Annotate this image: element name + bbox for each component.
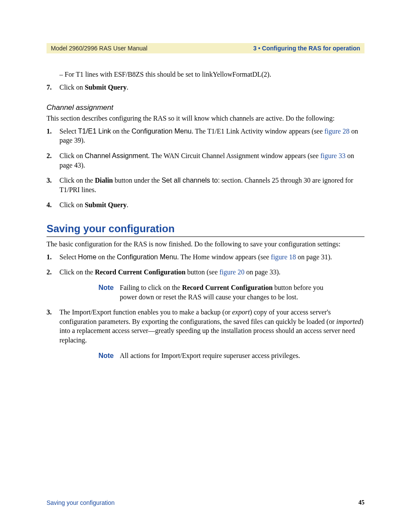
text: Click on (59, 152, 85, 159)
text-bold: Record Current Configuration (182, 284, 272, 291)
text: Click on (59, 201, 85, 208)
step-body: Click on the Dialin button under the Set… (59, 176, 364, 194)
subheading-channel-assignment: Channel assignment (47, 103, 364, 113)
step-body: Click on the Record Current Configuratio… (59, 268, 364, 277)
text-bold: Dialin (95, 177, 113, 184)
step-body: Click on Submit Query. (59, 83, 364, 92)
list-item: 1.Select Home on the Configuration Menu.… (47, 252, 364, 262)
list-item: 4.Click on Submit Query. (47, 200, 364, 210)
text-sans: Home (78, 253, 97, 261)
step-number: 4. (47, 200, 59, 210)
text: button under the (113, 177, 162, 184)
text: . The Home window appears (see (177, 253, 271, 261)
text-sans: T1/E1 Link (78, 128, 111, 135)
text-bold: Submit Query (85, 201, 127, 208)
step-body: The Import/Export function enables you t… (59, 308, 364, 345)
intro-text: The basic configuration for the RAS is n… (47, 240, 364, 249)
text: on page 33). (244, 268, 280, 276)
page-header: Model 2960/2996 RAS User Manual 3 • Conf… (47, 43, 364, 53)
heading-rule (47, 236, 364, 237)
step-number: 3. (47, 176, 59, 194)
step-number: 1. (47, 252, 59, 262)
text: on page 31). (296, 253, 332, 261)
channel-steps-list: 1.Select T1/E1 Link on the Configuration… (47, 127, 364, 210)
header-left: Model 2960/2996 RAS User Manual (51, 45, 147, 52)
text: Select (59, 253, 78, 261)
text: . The WAN Circuit Channel Assignment win… (148, 152, 320, 159)
intro-text: This section describes configuring the R… (47, 114, 364, 123)
cross-ref-link[interactable]: figure 33 (321, 152, 346, 159)
save-steps-list-b: 3.The Import/Export function enables you… (47, 308, 364, 345)
cross-ref-link[interactable]: figure 28 (324, 128, 349, 135)
text-sans: Channel Assignment (85, 152, 148, 159)
step-number: 1. (47, 127, 59, 145)
text-ital: export (232, 308, 250, 316)
text-bold: Submit Query (85, 84, 127, 91)
text: button (see (186, 268, 220, 276)
list-item: 3.Click on the Dialin button under the S… (47, 176, 364, 194)
step-number: 7. (47, 83, 59, 92)
note-block: Note Failing to click on the Record Curr… (90, 283, 364, 302)
text: . (127, 201, 128, 208)
footer-left: Saving your configuration (47, 499, 115, 506)
step-7: 7. Click on Submit Query. (47, 83, 364, 92)
list-item: 2.Click on Channel Assignment. The WAN C… (47, 151, 364, 170)
text-ital: imported (336, 318, 361, 325)
text: . The T1/E1 Link Activity window appears… (192, 128, 324, 135)
step-body: Select Home on the Configuration Menu. T… (59, 252, 364, 262)
step-body: Select T1/E1 Link on the Configuration M… (59, 127, 364, 145)
heading-saving-config: Saving your configuration (47, 222, 364, 236)
step-body: Click on Channel Assignment. The WAN Cir… (59, 151, 364, 170)
cross-ref-link[interactable]: figure 18 (271, 253, 296, 261)
list-item: 1.Select T1/E1 Link on the Configuration… (47, 127, 364, 145)
footer-page-number: 45 (358, 499, 364, 506)
step-number: 2. (47, 268, 59, 277)
text: . (127, 84, 128, 91)
text: The Import/Export function enables you t… (59, 308, 232, 316)
text-bold: Record Current Configuration (95, 268, 185, 276)
document-page: Model 2960/2996 RAS User Manual 3 • Conf… (0, 0, 411, 532)
step-number: 3. (47, 308, 59, 345)
text: Failing to click on the (120, 284, 182, 291)
list-item: 2.Click on the Record Current Configurat… (47, 268, 364, 277)
text-sans: Configuration Menu (117, 253, 177, 261)
text-sans: Set all channels to: (162, 177, 220, 184)
cross-ref-link[interactable]: figure 20 (219, 268, 244, 276)
note-label: Note (90, 283, 120, 302)
dash-line: – For T1 lines with ESF/B8ZS this should… (59, 70, 364, 79)
text-sans: Configuration Menu (131, 128, 192, 135)
note-block: Note All actions for Import/Export requi… (90, 351, 364, 361)
page-content: – For T1 lines with ESF/B8ZS this should… (47, 53, 364, 360)
step-number: 2. (47, 151, 59, 170)
header-right: 3 • Configuring the RAS for operation (253, 45, 360, 52)
save-steps-list-a: 1.Select Home on the Configuration Menu.… (47, 252, 364, 277)
note-label: Note (90, 351, 120, 361)
text: Select (59, 128, 78, 135)
step-body: Click on Submit Query. (59, 200, 364, 210)
page-footer: Saving your configuration 45 (47, 499, 364, 506)
text: Click on (59, 84, 85, 91)
note-body: Failing to click on the Record Current C… (120, 283, 327, 302)
note-body: All actions for Import/Export require su… (120, 351, 327, 361)
text: on the (111, 128, 132, 135)
text: Click on the (59, 177, 95, 184)
text: Click on the (59, 268, 95, 276)
text: on the (97, 253, 117, 261)
list-item: 3.The Import/Export function enables you… (47, 308, 364, 345)
